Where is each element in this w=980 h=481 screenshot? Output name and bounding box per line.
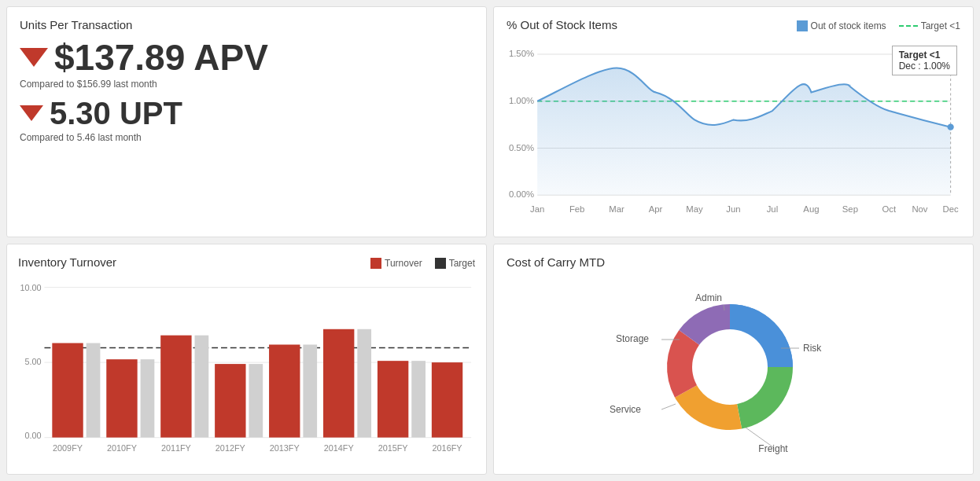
label-freight: Freight — [758, 443, 788, 454]
tooltip-value: Dec : 1.00% — [899, 61, 950, 72]
svg-text:Mar: Mar — [609, 204, 624, 214]
legend-inv-target-box — [435, 258, 446, 269]
svg-text:0.00%: 0.00% — [509, 189, 534, 199]
legend-oos-box — [797, 20, 808, 31]
donut-hole — [692, 329, 768, 405]
bar-2013-gray — [303, 344, 317, 437]
svg-text:2013FY: 2013FY — [270, 443, 300, 453]
svg-text:2015FY: 2015FY — [378, 443, 408, 453]
svg-text:0.00: 0.00 — [24, 431, 41, 440]
legend-oos-label: Out of stock items — [811, 20, 886, 31]
svg-text:Aug: Aug — [803, 204, 819, 214]
bar-2012 — [215, 364, 245, 438]
coc-svg: Risk Freight Service Storage Admin — [608, 273, 860, 461]
upt-compare: Compared to 5.46 last month — [20, 132, 473, 143]
coc-panel: Cost of Carry MTD — [493, 244, 974, 475]
svg-text:May: May — [686, 204, 703, 214]
legend-oos-item: Out of stock items — [797, 20, 886, 31]
svg-text:2012FY: 2012FY — [216, 443, 245, 453]
apv-down-icon — [20, 48, 48, 67]
bar-2009-gray — [87, 343, 101, 438]
svg-text:Apr: Apr — [649, 204, 663, 214]
bar-2015 — [378, 361, 408, 437]
legend-turnover-item: Turnover — [370, 258, 422, 269]
inv-svg: 10.00 5.00 0.00 — [18, 278, 475, 459]
svg-text:Oct: Oct — [882, 204, 897, 214]
apv-row: $137.89 APV — [20, 39, 473, 75]
label-storage: Storage — [615, 333, 648, 344]
svg-text:0.50%: 0.50% — [509, 143, 534, 152]
svg-text:Nov: Nov — [912, 204, 927, 214]
inv-title: Inventory Turnover — [18, 255, 116, 269]
donut-container: Risk Freight Service Storage Admin — [507, 275, 960, 459]
svg-text:10.00: 10.00 — [20, 283, 41, 292]
upt-down-icon — [20, 105, 43, 121]
apv-compare: Compared to $156.99 last month — [20, 79, 473, 90]
svg-text:Feb: Feb — [569, 204, 585, 214]
bar-2012-gray — [249, 364, 263, 438]
oos-chart-area: Target <1 Dec : 1.00% 1.50% 1.00% 0.50% … — [507, 41, 960, 229]
bar-2010-gray — [141, 359, 155, 437]
bar-2010 — [106, 359, 137, 437]
upt-panel: Units Per Transaction $137.89 APV Compar… — [6, 6, 487, 237]
svg-text:2011FY: 2011FY — [161, 443, 191, 453]
svg-text:Sep: Sep — [842, 204, 858, 214]
svg-line-40 — [661, 404, 676, 409]
legend-inv-target-label: Target — [449, 258, 475, 269]
apv-value: $137.89 APV — [54, 39, 268, 75]
upt-row: 5.30 UPT — [20, 97, 473, 129]
bar-2011-gray — [195, 336, 209, 438]
svg-text:Dec: Dec — [943, 204, 959, 214]
oos-panel: % Out of Stock Items Out of stock items … — [493, 6, 974, 237]
legend-turnover-label: Turnover — [385, 258, 422, 269]
upt-title: Units Per Transaction — [20, 18, 473, 31]
svg-text:2010FY: 2010FY — [107, 443, 137, 453]
svg-text:1.50%: 1.50% — [509, 49, 534, 58]
svg-text:Jan: Jan — [530, 204, 544, 214]
inv-legend: Turnover Target — [370, 258, 475, 269]
coc-title: Cost of Carry MTD — [507, 255, 960, 269]
bar-2011 — [160, 336, 191, 438]
bar-2009 — [52, 343, 83, 438]
svg-text:2016FY: 2016FY — [433, 443, 462, 453]
dashboard: Units Per Transaction $137.89 APV Compar… — [0, 0, 980, 481]
svg-text:1.00%: 1.00% — [509, 96, 534, 105]
bar-2014-gray — [357, 329, 371, 438]
svg-text:Jun: Jun — [726, 204, 740, 214]
svg-text:Jul: Jul — [767, 204, 778, 214]
svg-text:5.00: 5.00 — [24, 357, 41, 366]
inv-panel: Inventory Turnover Turnover Target 10.00… — [6, 244, 487, 475]
bar-2013 — [269, 344, 300, 437]
label-admin: Admin — [694, 292, 721, 303]
bar-2014 — [323, 329, 354, 438]
legend-inv-target-item: Target — [435, 258, 475, 269]
upt-value: 5.30 UPT — [50, 97, 182, 129]
oos-title: % Out of Stock Items — [507, 18, 617, 31]
oos-legend: Out of stock items Target <1 — [797, 20, 960, 31]
legend-target-label: Target <1 — [921, 20, 960, 31]
label-service: Service — [609, 404, 640, 415]
oos-tooltip: Target <1 Dec : 1.00% — [892, 46, 957, 75]
bar-2016 — [432, 362, 462, 438]
legend-turnover-box — [370, 258, 381, 269]
tooltip-title: Target <1 — [899, 50, 950, 61]
legend-target-item: Target <1 — [899, 20, 960, 31]
svg-point-22 — [948, 124, 954, 130]
svg-text:2009FY: 2009FY — [53, 443, 83, 453]
svg-text:2014FY: 2014FY — [324, 443, 354, 453]
bar-2015-gray — [411, 361, 426, 437]
legend-target-dashed — [899, 25, 918, 27]
label-risk: Risk — [803, 343, 822, 354]
